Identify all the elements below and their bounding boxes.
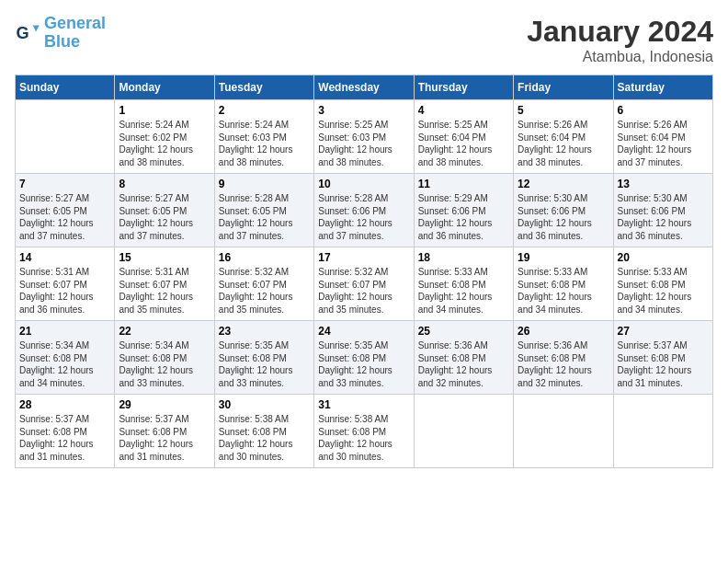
day-number: 6 [618,104,709,117]
day-number: 27 [618,325,709,338]
calendar-day-cell: 26Sunrise: 5:36 AM Sunset: 6:08 PM Dayli… [514,321,613,395]
calendar-day-cell: 23Sunrise: 5:35 AM Sunset: 6:08 PM Dayli… [214,321,313,395]
page-header: G General Blue January 2024 Atambua, Ind… [15,15,713,65]
day-number: 1 [119,104,210,117]
day-info: Sunrise: 5:28 AM Sunset: 6:05 PM Dayligh… [219,192,310,242]
day-number: 2 [219,104,310,117]
day-number: 30 [219,398,310,411]
svg-text:G: G [16,23,28,41]
day-info: Sunrise: 5:27 AM Sunset: 6:05 PM Dayligh… [19,192,110,242]
day-info: Sunrise: 5:38 AM Sunset: 6:08 PM Dayligh… [219,413,310,463]
day-number: 4 [418,104,509,117]
calendar-table: SundayMondayTuesdayWednesdayThursdayFrid… [15,75,713,468]
day-info: Sunrise: 5:25 AM Sunset: 6:03 PM Dayligh… [318,119,409,168]
calendar-day-cell: 31Sunrise: 5:38 AM Sunset: 6:08 PM Dayli… [314,395,414,468]
day-number: 28 [19,398,110,411]
calendar-day-cell: 1Sunrise: 5:24 AM Sunset: 6:02 PM Daylig… [115,100,214,174]
calendar-week-row: 21Sunrise: 5:34 AM Sunset: 6:08 PM Dayli… [16,321,713,395]
calendar-day-cell: 19Sunrise: 5:33 AM Sunset: 6:08 PM Dayli… [514,247,613,321]
day-info: Sunrise: 5:35 AM Sunset: 6:08 PM Dayligh… [219,339,310,389]
calendar-day-cell: 4Sunrise: 5:25 AM Sunset: 6:04 PM Daylig… [414,100,513,174]
empty-cell [16,100,115,174]
day-info: Sunrise: 5:33 AM Sunset: 6:08 PM Dayligh… [618,266,709,316]
empty-cell [514,395,613,468]
day-info: Sunrise: 5:34 AM Sunset: 6:08 PM Dayligh… [19,339,110,389]
day-number: 21 [19,325,110,338]
calendar-day-cell: 15Sunrise: 5:31 AM Sunset: 6:07 PM Dayli… [115,247,214,321]
day-info: Sunrise: 5:33 AM Sunset: 6:08 PM Dayligh… [418,266,509,316]
day-info: Sunrise: 5:24 AM Sunset: 6:02 PM Dayligh… [119,119,210,168]
calendar-day-cell: 16Sunrise: 5:32 AM Sunset: 6:07 PM Dayli… [214,247,313,321]
calendar-day-cell: 17Sunrise: 5:32 AM Sunset: 6:07 PM Dayli… [314,247,414,321]
calendar-day-cell: 21Sunrise: 5:34 AM Sunset: 6:08 PM Dayli… [16,321,115,395]
day-info: Sunrise: 5:26 AM Sunset: 6:04 PM Dayligh… [618,119,709,168]
day-number: 14 [19,251,110,264]
calendar-day-cell: 5Sunrise: 5:26 AM Sunset: 6:04 PM Daylig… [514,100,613,174]
calendar-day-cell: 29Sunrise: 5:37 AM Sunset: 6:08 PM Dayli… [115,395,214,468]
day-info: Sunrise: 5:29 AM Sunset: 6:06 PM Dayligh… [418,192,509,242]
day-number: 15 [119,251,210,264]
day-number: 7 [19,178,110,190]
day-number: 12 [518,178,609,190]
day-number: 17 [318,251,409,264]
day-info: Sunrise: 5:34 AM Sunset: 6:08 PM Dayligh… [119,339,210,389]
calendar-week-row: 1Sunrise: 5:24 AM Sunset: 6:02 PM Daylig… [16,100,713,174]
day-info: Sunrise: 5:37 AM Sunset: 6:08 PM Dayligh… [19,413,110,463]
day-info: Sunrise: 5:33 AM Sunset: 6:08 PM Dayligh… [518,266,609,316]
calendar-day-cell: 14Sunrise: 5:31 AM Sunset: 6:07 PM Dayli… [16,247,115,321]
day-info: Sunrise: 5:36 AM Sunset: 6:08 PM Dayligh… [518,339,609,389]
weekday-header: Saturday [613,75,712,100]
day-number: 19 [518,251,609,264]
calendar-day-cell: 24Sunrise: 5:35 AM Sunset: 6:08 PM Dayli… [314,321,414,395]
day-number: 11 [418,178,509,190]
empty-cell [613,395,712,468]
logo-text: General Blue [44,15,106,52]
day-number: 16 [219,251,310,264]
day-number: 5 [518,104,609,117]
day-info: Sunrise: 5:26 AM Sunset: 6:04 PM Dayligh… [518,119,609,168]
month-title: January 2024 [527,15,713,49]
logo-icon: G [15,20,40,46]
day-number: 31 [318,398,409,411]
calendar-day-cell: 13Sunrise: 5:30 AM Sunset: 6:06 PM Dayli… [613,174,712,247]
calendar-day-cell: 9Sunrise: 5:28 AM Sunset: 6:05 PM Daylig… [214,174,313,247]
day-number: 29 [119,398,210,411]
day-number: 20 [618,251,709,264]
day-number: 10 [318,178,409,190]
weekday-header: Sunday [16,75,115,100]
calendar-day-cell: 7Sunrise: 5:27 AM Sunset: 6:05 PM Daylig… [16,174,115,247]
day-info: Sunrise: 5:38 AM Sunset: 6:08 PM Dayligh… [318,413,409,463]
day-number: 25 [418,325,509,338]
day-number: 24 [318,325,409,338]
calendar-day-cell: 27Sunrise: 5:37 AM Sunset: 6:08 PM Dayli… [613,321,712,395]
calendar-day-cell: 20Sunrise: 5:33 AM Sunset: 6:08 PM Dayli… [613,247,712,321]
calendar-week-row: 14Sunrise: 5:31 AM Sunset: 6:07 PM Dayli… [16,247,713,321]
calendar-day-cell: 12Sunrise: 5:30 AM Sunset: 6:06 PM Dayli… [514,174,613,247]
day-info: Sunrise: 5:32 AM Sunset: 6:07 PM Dayligh… [219,266,310,316]
weekday-header: Tuesday [214,75,313,100]
day-number: 23 [219,325,310,338]
calendar-week-row: 7Sunrise: 5:27 AM Sunset: 6:05 PM Daylig… [16,174,713,247]
day-number: 13 [618,178,709,190]
day-info: Sunrise: 5:27 AM Sunset: 6:05 PM Dayligh… [119,192,210,242]
day-info: Sunrise: 5:36 AM Sunset: 6:08 PM Dayligh… [418,339,509,389]
svg-marker-1 [33,25,40,31]
logo: G General Blue [15,15,106,52]
weekday-header: Friday [514,75,613,100]
calendar-day-cell: 6Sunrise: 5:26 AM Sunset: 6:04 PM Daylig… [613,100,712,174]
calendar-header-row: SundayMondayTuesdayWednesdayThursdayFrid… [16,75,713,100]
day-number: 3 [318,104,409,117]
day-info: Sunrise: 5:37 AM Sunset: 6:08 PM Dayligh… [618,339,709,389]
calendar-day-cell: 8Sunrise: 5:27 AM Sunset: 6:05 PM Daylig… [115,174,214,247]
empty-cell [414,395,513,468]
calendar-day-cell: 22Sunrise: 5:34 AM Sunset: 6:08 PM Dayli… [115,321,214,395]
day-number: 9 [219,178,310,190]
location-subtitle: Atambua, Indonesia [527,49,713,65]
day-number: 8 [119,178,210,190]
weekday-header: Wednesday [314,75,414,100]
day-info: Sunrise: 5:32 AM Sunset: 6:07 PM Dayligh… [318,266,409,316]
calendar-day-cell: 28Sunrise: 5:37 AM Sunset: 6:08 PM Dayli… [16,395,115,468]
day-number: 22 [119,325,210,338]
day-info: Sunrise: 5:25 AM Sunset: 6:04 PM Dayligh… [418,119,509,168]
calendar-day-cell: 3Sunrise: 5:25 AM Sunset: 6:03 PM Daylig… [314,100,414,174]
